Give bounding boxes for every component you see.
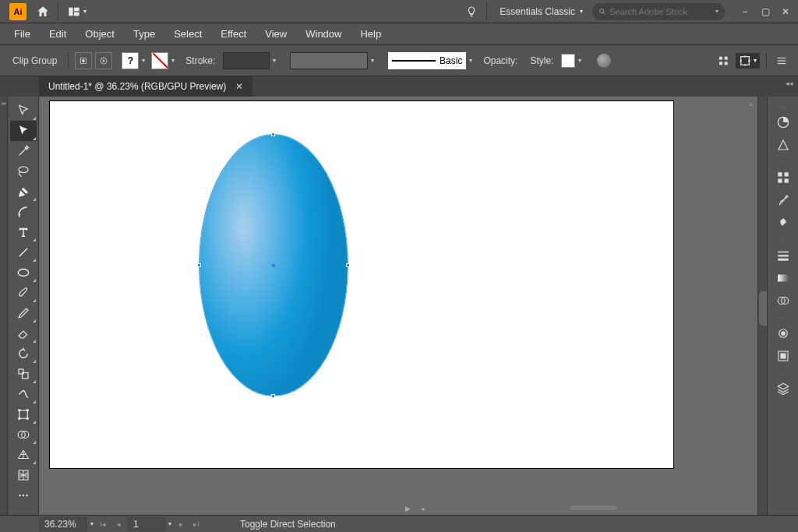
first-artboard-button[interactable]: I◂ — [97, 518, 109, 530]
swatches-panel-icon[interactable] — [772, 167, 795, 188]
svg-rect-1 — [74, 7, 79, 11]
type-tool[interactable] — [10, 222, 37, 242]
last-artboard-button[interactable]: ▸I — [190, 518, 203, 530]
isolate-button[interactable] — [95, 52, 112, 69]
ellipse-tool[interactable] — [10, 262, 37, 283]
horizontal-scrollbar[interactable] — [570, 506, 617, 510]
document-tab[interactable]: Untitled-1* @ 36.23% (RGB/GPU Preview) ✕ — [39, 76, 252, 97]
recolor-button[interactable] — [595, 52, 613, 69]
align-button[interactable] — [715, 52, 733, 69]
graphic-styles-panel-icon[interactable] — [772, 345, 795, 367]
anchor-point[interactable] — [346, 263, 350, 267]
artboard[interactable] — [50, 101, 673, 468]
more-tools[interactable] — [10, 485, 37, 506]
panel-grip[interactable]: :::::: — [772, 315, 794, 320]
brush-definition[interactable]: Basic▾ — [388, 52, 475, 69]
paintbrush-tool[interactable] — [10, 283, 37, 303]
anchor-point[interactable] — [271, 394, 275, 398]
close-tab-button[interactable]: ✕ — [235, 81, 243, 92]
maximize-button[interactable]: ▢ — [757, 6, 773, 17]
search-input[interactable] — [609, 7, 712, 16]
appearance-panel-icon[interactable] — [772, 322, 795, 344]
line-segment-tool[interactable] — [10, 242, 37, 262]
center-point[interactable] — [272, 264, 275, 267]
panel-grip[interactable]: :::::: — [772, 160, 794, 164]
menu-help[interactable]: Help — [351, 25, 390, 43]
curvature-tool[interactable] — [10, 202, 37, 222]
play-button[interactable]: ▶ — [405, 505, 411, 513]
eraser-tool[interactable] — [10, 323, 37, 344]
menu-bar: File Edit Object Type Select Effect View… — [0, 23, 798, 45]
panel-grip[interactable]: :::::: — [772, 104, 794, 109]
graphic-style[interactable]: ▾ — [561, 54, 584, 68]
rotate-tool[interactable] — [10, 344, 37, 364]
stroke-weight-input[interactable]: ▾ — [223, 52, 279, 69]
menu-type[interactable]: Type — [124, 25, 164, 43]
close-button[interactable]: ✕ — [778, 6, 793, 17]
search-stock[interactable]: ▾ — [592, 3, 725, 20]
anchor-point[interactable] — [197, 263, 201, 267]
left-dock-spine[interactable]: ▸▸ — [0, 97, 8, 515]
workspace-switcher[interactable]: Essentials Classic ▾ — [490, 2, 592, 22]
mesh-tool[interactable] — [10, 465, 37, 485]
menu-object[interactable]: Object — [76, 25, 124, 43]
perspective-grid-tool[interactable] — [10, 445, 37, 465]
menu-edit[interactable]: Edit — [40, 25, 76, 43]
magic-wand-tool[interactable] — [10, 141, 37, 161]
prev-artboard-button[interactable]: ◂ — [112, 518, 125, 530]
symbols-panel-icon[interactable] — [772, 212, 795, 234]
fill-swatch[interactable]: ?▾ — [122, 52, 148, 69]
selection-type-label: Clip Group — [8, 55, 62, 66]
width-tool[interactable] — [10, 384, 37, 404]
color-guide-panel-icon[interactable] — [772, 134, 795, 156]
panel-grip[interactable]: :::::: — [772, 238, 794, 242]
workspace-name: Essentials Classic — [500, 6, 575, 17]
lasso-tool[interactable] — [10, 161, 37, 181]
arrange-documents-button[interactable]: ▾ — [62, 2, 93, 22]
menu-effect[interactable]: Effect — [211, 25, 256, 43]
selection-tool[interactable] — [10, 100, 37, 121]
home-button[interactable] — [31, 2, 55, 22]
menu-view[interactable]: View — [256, 25, 296, 43]
minimize-button[interactable]: − — [737, 6, 753, 17]
pencil-tool[interactable] — [10, 303, 37, 323]
status-tool-hint: Toggle Direct Selection — [240, 519, 336, 530]
stroke-swatch[interactable]: ▾ — [151, 52, 178, 69]
svg-point-5 — [83, 59, 85, 62]
edit-contents-button[interactable] — [75, 52, 92, 69]
panel-menu-button[interactable] — [773, 52, 790, 69]
stroke-panel-icon[interactable] — [772, 245, 795, 266]
direct-selection-tool[interactable] — [10, 121, 37, 141]
panel-grip[interactable]: :::::: — [772, 371, 794, 375]
menu-file[interactable]: File — [5, 25, 40, 43]
scroll-left-button[interactable]: ◂ — [421, 505, 425, 513]
anchor-point[interactable] — [271, 132, 275, 136]
pen-tool[interactable] — [10, 181, 37, 202]
ellipse-shape[interactable] — [200, 135, 348, 396]
tips-button[interactable] — [460, 2, 483, 22]
artboard-number-input[interactable]: 1 — [128, 517, 165, 531]
scale-tool[interactable] — [10, 364, 37, 384]
transparency-panel-icon[interactable] — [772, 290, 795, 312]
app-logo: Ai — [9, 3, 26, 20]
svg-rect-36 — [778, 252, 789, 253]
next-artboard-button[interactable]: ▸ — [175, 518, 187, 530]
variable-width-profile[interactable]: ▾ — [290, 52, 377, 69]
zoom-input[interactable]: 36.23% — [39, 517, 87, 531]
chevron-down-icon[interactable]: ▾ — [90, 520, 94, 527]
menu-select[interactable]: Select — [164, 25, 211, 43]
right-collapse-gutter[interactable] — [757, 97, 767, 515]
transform-button[interactable]: ▾ — [736, 53, 760, 69]
shape-builder-tool[interactable] — [10, 425, 37, 445]
canvas[interactable]: ▴ ▶ ◂ — [39, 97, 757, 515]
svg-rect-15 — [778, 62, 786, 63]
layers-panel-icon[interactable] — [772, 378, 795, 400]
menu-window[interactable]: Window — [296, 25, 351, 43]
expand-handle[interactable] — [759, 291, 767, 326]
scroll-up-button[interactable]: ▴ — [749, 100, 753, 107]
brushes-panel-icon[interactable] — [772, 189, 795, 211]
gradient-panel-icon[interactable] — [772, 267, 795, 289]
free-transform-tool[interactable] — [10, 404, 37, 425]
color-panel-icon[interactable] — [772, 111, 795, 133]
chevron-down-icon[interactable]: ▾ — [168, 520, 171, 527]
